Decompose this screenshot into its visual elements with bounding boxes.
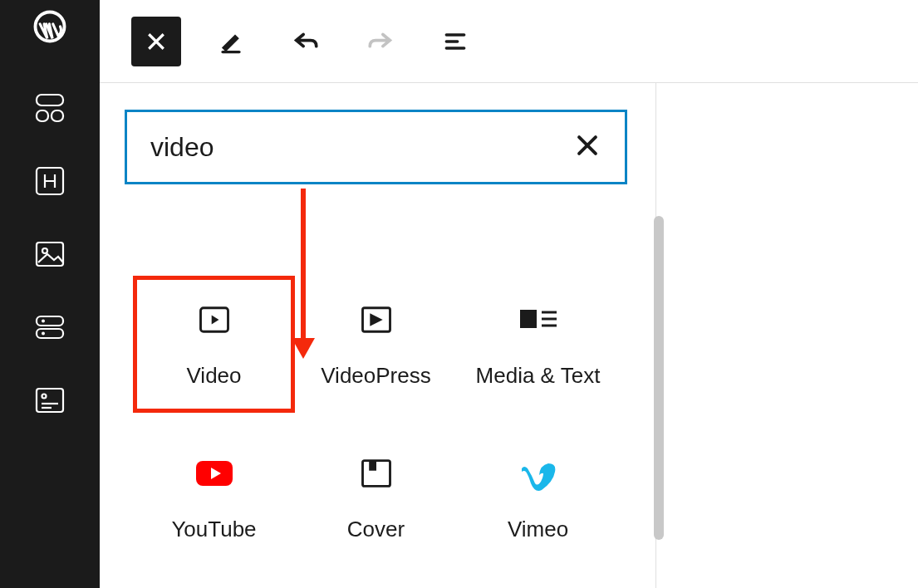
caption-icon[interactable]: [33, 384, 66, 417]
editor: Video VideoPress: [100, 0, 918, 588]
block-item-label: Cover: [347, 517, 405, 542]
cover-icon: [356, 453, 396, 493]
svg-point-11: [42, 332, 45, 336]
block-item-cover[interactable]: Cover: [295, 429, 457, 566]
block-item-youtube[interactable]: YouTube: [133, 429, 295, 566]
svg-marker-23: [211, 316, 218, 325]
editor-canvas[interactable]: [656, 83, 918, 588]
block-item-video[interactable]: Video: [133, 276, 295, 413]
svg-point-7: [42, 248, 47, 253]
image-icon[interactable]: [33, 238, 66, 271]
media-text-icon: [518, 300, 558, 340]
svg-point-10: [42, 320, 45, 323]
video-icon: [194, 300, 234, 340]
block-item-label: VideoPress: [321, 363, 431, 389]
block-item-label: Vimeo: [508, 517, 568, 542]
block-item-label: YouTube: [171, 517, 256, 542]
vimeo-icon: [518, 453, 558, 493]
block-search: [125, 110, 627, 184]
block-item-label: Media & Text: [476, 363, 601, 389]
document-overview-button[interactable]: [430, 17, 480, 66]
block-inserter-panel: Video VideoPress: [100, 83, 656, 588]
svg-rect-3: [37, 110, 48, 121]
blocks-tab-icon[interactable]: [33, 91, 66, 125]
list-icon[interactable]: [33, 311, 66, 344]
clear-search-icon[interactable]: [573, 131, 601, 163]
redo-button: [356, 17, 405, 66]
wordpress-logo-icon[interactable]: [33, 10, 66, 43]
svg-rect-6: [37, 243, 63, 266]
block-results-grid: Video VideoPress: [125, 276, 627, 566]
svg-rect-33: [369, 461, 376, 471]
svg-rect-4: [52, 110, 63, 121]
youtube-icon: [194, 453, 234, 493]
block-item-label: Video: [186, 363, 241, 389]
svg-point-13: [42, 394, 47, 399]
svg-marker-25: [370, 313, 382, 326]
block-item-media-text[interactable]: Media & Text: [457, 276, 619, 413]
block-item-vimeo[interactable]: Vimeo: [457, 429, 619, 566]
undo-button[interactable]: [281, 17, 331, 66]
block-search-input[interactable]: [150, 132, 573, 163]
close-inserter-button[interactable]: [131, 17, 181, 66]
tools-button[interactable]: [206, 17, 256, 66]
svg-rect-26: [520, 310, 537, 328]
svg-rect-9: [37, 329, 63, 338]
heading-icon[interactable]: [33, 164, 66, 198]
admin-sidebar: [0, 0, 100, 588]
svg-rect-2: [37, 95, 63, 105]
videopress-icon: [356, 300, 396, 340]
svg-rect-8: [37, 316, 63, 326]
block-item-videopress[interactable]: VideoPress: [295, 276, 457, 413]
editor-toolbar: [100, 0, 918, 83]
